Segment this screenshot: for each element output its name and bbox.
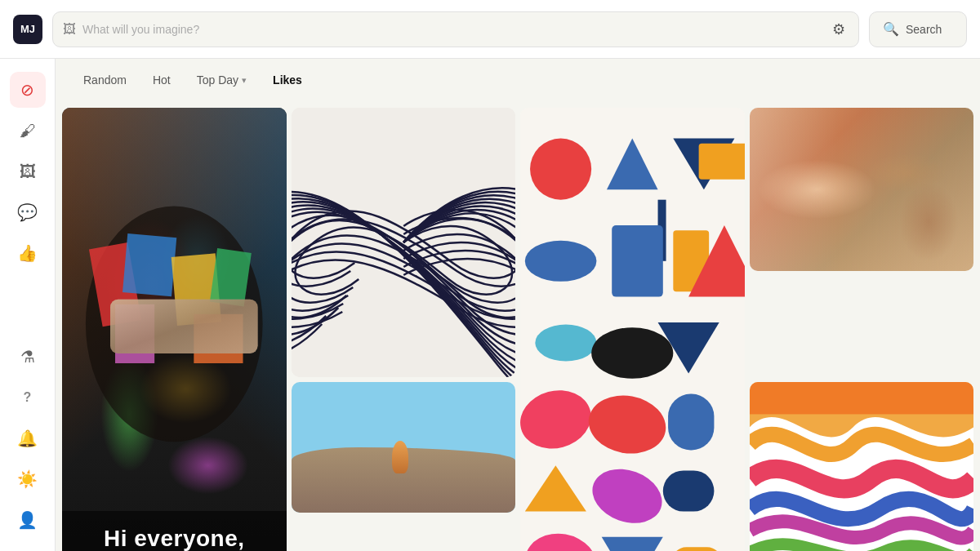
sidebar-item-explore[interactable]: ⊘ [10,72,46,108]
thumbsup-icon: 👍 [17,243,38,263]
svg-point-11 [530,139,591,200]
svg-rect-2 [122,233,176,296]
svg-rect-33 [750,382,974,414]
svg-rect-28 [663,470,715,511]
sun-icon: ☀️ [17,469,38,489]
tab-hot[interactable]: Hot [141,69,182,91]
sidebar-item-theme[interactable]: ☀️ [10,461,46,497]
filter-tabs: Random Hot Top Day ▾ Likes [56,59,980,101]
text-search-button[interactable]: 🔍 Search [869,11,967,47]
sidebar-item-notifications[interactable]: 🔔 [10,420,46,456]
tab-topday[interactable]: Top Day ▾ [185,69,258,91]
top-nav: MJ 🖼 ⚙ 🔍 Search [0,0,980,59]
compass-icon: ⊘ [20,80,34,100]
sidebar-item-profile[interactable]: 👤 [10,502,46,538]
sidebar-item-lab[interactable]: ⚗ [10,339,46,375]
svg-rect-25 [668,394,714,451]
image-metalblobs[interactable] [750,108,974,271]
svg-point-16 [525,241,597,282]
bell-icon: 🔔 [17,429,38,448]
image-grid: Hi everyone, welcome to Midjourney! [56,101,980,551]
sidebar-item-create[interactable]: 🖌 [10,113,46,149]
sidebar-item-help[interactable]: ? [10,380,46,415]
help-icon: ? [24,390,32,405]
image-icon: 🖼 [20,162,36,181]
image-search-icon: 🖼 [63,22,76,37]
sidebar-item-messages[interactable]: 💬 [10,194,46,230]
brush-icon: 🖌 [20,122,36,140]
image-colorface[interactable]: Hi everyone, welcome to Midjourney! [62,108,287,551]
main-layout: ⊘ 🖌 🖼 💬 👍 ⚗ ? 🔔 ☀️ 👤 [0,59,980,551]
search-input[interactable] [82,23,822,36]
tab-likes[interactable]: Likes [261,69,314,91]
grid-wrapper: Hi everyone, welcome to Midjourney! [56,101,980,551]
svg-rect-17 [612,225,663,297]
image-geo[interactable] [520,108,745,551]
logo[interactable]: MJ [13,15,42,44]
chat-icon: 💬 [17,202,38,222]
image-figurerock[interactable] [292,382,516,513]
user-icon: 👤 [17,510,38,530]
text-search-label: Search [906,23,942,36]
svg-rect-14 [699,144,745,180]
flask-icon: ⚗ [20,347,35,367]
svg-point-21 [591,327,673,379]
sidebar-item-gallery[interactable]: 🖼 [10,153,46,189]
search-bar: 🖼 ⚙ [52,11,859,47]
tab-random[interactable]: Random [72,69,138,91]
content-area: Random Hot Top Day ▾ Likes [56,59,980,551]
image-colorwaves[interactable] [750,382,974,551]
sidebar: ⊘ 🖌 🖼 💬 👍 ⚗ ? 🔔 ☀️ 👤 [0,59,56,551]
svg-point-20 [535,324,596,361]
chevron-down-icon: ▾ [242,75,247,86]
svg-rect-8 [110,300,258,353]
svg-marker-30 [602,537,663,551]
sidebar-item-likes[interactable]: 👍 [10,235,46,271]
search-icon: 🔍 [883,21,899,37]
image-wavy[interactable] [292,108,516,377]
filter-button[interactable]: ⚙ [829,17,849,42]
